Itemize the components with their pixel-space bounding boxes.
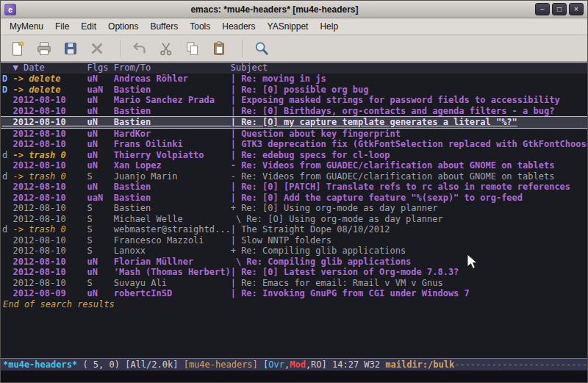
- menu-edit[interactable]: Edit: [75, 18, 102, 35]
- row-date: 2012-08-10: [12, 267, 87, 277]
- message-row[interactable]: 2012-08-10 S Lanoxx + Re: Compiling glib…: [1, 246, 587, 257]
- column-header-date[interactable]: ▼ Date: [12, 62, 87, 73]
- row-subject: | Re: [0] Latest version of Org-mode 7.8…: [231, 267, 459, 277]
- message-row[interactable]: 2012-08-10 uN Mario Sanchez Prada | Expo…: [1, 95, 587, 106]
- row-flags: uN: [87, 117, 114, 127]
- copy-icon: [184, 40, 201, 57]
- message-row[interactable]: 2012-08-10 uN Bastien | Re: [O] my captu…: [1, 116, 587, 129]
- search-button[interactable]: [251, 37, 273, 60]
- row-date: 2012-08-10: [12, 139, 87, 149]
- titlebar[interactable]: e emacs: *mu4e-headers* [mu4e-headers] −…: [1, 1, 587, 18]
- message-row[interactable]: 2012-08-10 uN Frans Oilinki | GTK3 depre…: [1, 139, 587, 150]
- row-from: Lanoxx: [114, 246, 231, 256]
- menu-help[interactable]: Help: [314, 18, 344, 35]
- menu-mymenu[interactable]: MyMenu: [4, 18, 49, 35]
- row-flags: uN: [87, 106, 114, 116]
- row-date: 2012-08-10: [12, 257, 87, 267]
- column-header-flags[interactable]: Flgs: [87, 62, 114, 73]
- row-flags: S: [87, 214, 114, 224]
- row-mark: [2, 160, 12, 171]
- message-row[interactable]: 2012-08-10 S Suvayu Ali | Re: Emacs for …: [1, 278, 587, 289]
- print-icon: [36, 40, 52, 57]
- message-row[interactable]: 2012-08-10 S Francesco Mazzoli | Slow NN…: [1, 235, 587, 246]
- window-controls: −□×: [533, 3, 584, 15]
- menu-headers[interactable]: Headers: [216, 18, 261, 35]
- message-row[interactable]: 2012-08-10 uaN Bastien | Re: [0] Add the…: [1, 193, 587, 204]
- column-header-subject[interactable]: Subject: [231, 62, 268, 73]
- message-row[interactable]: 2012-08-10 S Bastien + Re: [0] Using org…: [1, 203, 587, 214]
- modeline-segment: Mod: [290, 359, 306, 370]
- maximize-button[interactable]: □: [552, 3, 567, 15]
- modeline-segment: [mu4e-headers]: [184, 359, 263, 370]
- row-from: Andreas Röhler: [114, 74, 231, 84]
- toolbar: [1, 35, 587, 62]
- row-mark: [2, 214, 12, 224]
- row-subject: | Re: edebug specs for cl-loop: [231, 150, 390, 160]
- minimize-button[interactable]: −: [535, 3, 550, 15]
- row-from: Bastien: [114, 85, 231, 95]
- row-mark: [2, 106, 12, 116]
- menu-options[interactable]: Options: [102, 18, 144, 35]
- paste-button[interactable]: [208, 37, 230, 60]
- menu-file[interactable]: File: [49, 18, 75, 35]
- row-subject: \ Re: [O] Using org-mode as day planner: [231, 214, 443, 224]
- row-subject: \ Re: Compiling glib applications: [231, 257, 412, 267]
- message-row[interactable]: D -> delete uN Andreas Röhler | Re: movi…: [1, 74, 587, 85]
- row-subject: | Re: moving in js: [231, 74, 326, 84]
- row-from: Bastien: [114, 193, 231, 203]
- save-button[interactable]: [60, 37, 82, 60]
- save-icon: [62, 40, 79, 57]
- message-row[interactable]: d -> trash 0 uN Thierry Volpiatto | Re: …: [1, 150, 587, 161]
- message-row[interactable]: d -> trash 0 S webmaster@straightd...| T…: [1, 224, 587, 235]
- row-subject: - Re: Videos from GUADEC/clarification a…: [231, 171, 555, 182]
- close-button[interactable]: ×: [569, 3, 584, 15]
- column-header-from[interactable]: From/To: [114, 62, 231, 73]
- print-button[interactable]: [33, 37, 55, 60]
- message-row[interactable]: 2012-08-10 S Michael Welle \ Re: [O] Usi…: [1, 214, 587, 225]
- message-row[interactable]: d -> trash 0 S Juanjo Marin - Re: Videos…: [1, 171, 587, 182]
- row-date: -> delete: [12, 85, 87, 95]
- row-from: Juanjo Marin: [114, 171, 231, 182]
- row-from: HardKor: [114, 129, 231, 139]
- echo-area[interactable]: [1, 371, 587, 382]
- menu-tools[interactable]: Tools: [184, 18, 216, 35]
- row-mark: [2, 278, 12, 288]
- message-row[interactable]: 2012-08-09 uN robertcInSD | Re: Invoking…: [1, 288, 587, 299]
- undo-button[interactable]: [129, 37, 151, 60]
- message-row[interactable]: D -> delete uaN Bastien | Re: [0] possib…: [1, 85, 587, 96]
- row-mark: [2, 246, 12, 256]
- paste-icon: [211, 40, 227, 57]
- row-from: Suvayu Ali: [114, 278, 231, 288]
- new-file-icon: [10, 40, 26, 57]
- row-date: -> trash 0: [12, 224, 87, 235]
- message-row[interactable]: 2012-08-10 uN Bastien | Re: [0] [PATCH] …: [1, 182, 587, 193]
- cut-button[interactable]: [155, 37, 177, 60]
- row-date: 2012-08-10: [12, 193, 87, 203]
- row-flags: uN: [87, 288, 114, 298]
- row-date: -> delete: [12, 74, 87, 84]
- message-row[interactable]: 2012-08-10 uN Xan Lopez - Re: Videos fro…: [1, 160, 587, 171]
- row-from: Xan Lopez: [114, 160, 231, 171]
- row-flags: S: [87, 224, 114, 235]
- new-file-button[interactable]: [7, 37, 29, 60]
- end-of-results: End of search results: [1, 299, 587, 310]
- modeline: *mu4e-headers* ( 5, 0) [All/2.0k] [mu4e-…: [1, 358, 587, 371]
- message-row[interactable]: 2012-08-10 uN HardKor | Question about k…: [1, 129, 587, 140]
- message-row[interactable]: 2012-08-10 uN Bastien | Re: [0] Birthday…: [1, 106, 587, 117]
- menubar: MyMenuFileEditOptionsBuffersToolsHeaders…: [1, 18, 587, 35]
- toolbar-separator: [242, 40, 243, 57]
- row-date: 2012-08-10: [12, 95, 87, 105]
- row-date: -> trash 0: [12, 150, 87, 160]
- row-mark: [2, 257, 12, 267]
- copy-button[interactable]: [182, 37, 204, 60]
- row-from: Bastien: [114, 182, 231, 192]
- row-flags: uN: [87, 257, 114, 267]
- row-mark: D: [2, 85, 12, 95]
- row-from: 'Mash (Thomas Herbert): [114, 267, 231, 277]
- message-row[interactable]: 2012-08-10 uN Florian Müllner \ Re: Comp…: [1, 257, 587, 268]
- message-row[interactable]: 2012-08-10 uN 'Mash (Thomas Herbert)| Re…: [1, 267, 587, 278]
- close-buffer-button[interactable]: [86, 37, 108, 60]
- menu-buffers[interactable]: Buffers: [144, 18, 184, 35]
- row-date: 2012-08-10: [12, 203, 87, 213]
- menu-yasnippet[interactable]: YASnippet: [262, 18, 315, 35]
